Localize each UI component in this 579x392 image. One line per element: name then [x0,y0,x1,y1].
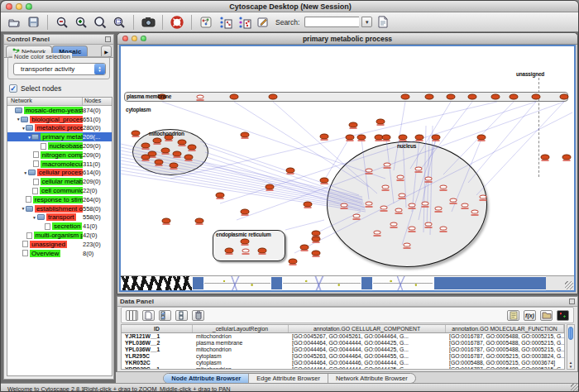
annotate-icon[interactable] [255,14,271,31]
tree-row[interactable]: secretion41(0) [7,222,112,231]
tree-row[interactable]: ▼metabolic process280(0) [7,124,112,133]
scrollbar-arrows[interactable]: ▲▼ [567,361,574,369]
tree-row[interactable]: cellular metabol209(0) [7,177,112,186]
gene-node-unselected[interactable] [415,167,423,171]
vizmapper-icon-2[interactable] [236,14,252,31]
gene-node-unselected[interactable] [374,231,381,235]
column-header[interactable]: _cellularLayoutRegion [193,325,289,332]
gene-node-unselected[interactable] [380,206,388,210]
open-session-button[interactable] [6,14,22,31]
tree-row[interactable]: Overview8(0) [7,249,112,258]
strip-thumbnail-zoomed[interactable] [121,276,192,290]
node-color-dropdown[interactable]: transporter activity ▲▼ [13,63,106,75]
select-nodes-checkbox[interactable]: ✓ [9,84,17,93]
tree-row[interactable]: ▼primary metabol209(... [7,132,112,141]
zoom-in-icon[interactable] [73,14,89,31]
gene-node[interactable] [510,94,519,100]
zoom-selected-icon[interactable] [111,14,127,31]
gene-node-unselected[interactable] [422,202,429,206]
tree-row[interactable]: multi-organism pro42(0) [7,231,112,240]
tree-row[interactable]: cell communicat22(0) [7,186,112,195]
gene-node-unselected[interactable] [399,194,406,198]
gene-node-unselected[interactable] [462,203,469,208]
window-resize-grip[interactable] [565,281,573,289]
tree-row[interactable]: nucleobase-209(0) [7,141,112,151]
table-row[interactable]: YKR052Ccytoplasm[GO:0044464, GO:0044446,… [122,360,564,366]
gene-node-unselected[interactable] [390,222,398,227]
zoom-fit-icon[interactable] [92,14,108,31]
gene-node-unselected[interactable] [197,95,204,99]
table-scrollbar[interactable]: ▲▼ [567,324,575,370]
tree-row[interactable]: ▼biological_process651(0) [7,115,112,124]
tab-overflow-icon[interactable]: ▶ [101,45,112,57]
tree-row[interactable]: macromolecule311(0) [7,160,112,169]
scrollbar-thumb[interactable] [568,327,573,340]
delete-attribute-icon[interactable] [192,310,204,321]
gene-node[interactable] [560,94,569,100]
attribute-table-icon[interactable] [126,310,138,321]
network-window-titlebar[interactable]: primary metabolic process [117,33,577,45]
gene-node-unselected[interactable] [404,243,411,247]
tree-row[interactable]: response to stimulu264(0) [7,195,112,204]
strip-thumbnail[interactable] [373,276,433,290]
new-attribute-icon[interactable] [142,310,155,321]
gene-node-unselected[interactable] [384,163,391,167]
gene-node[interactable] [532,94,541,100]
gene-node[interactable] [491,94,500,100]
gene-node-unselected[interactable] [409,203,416,208]
search-options-icon[interactable] [375,14,391,31]
gene-node[interactable] [269,94,278,100]
gene-node-unselected[interactable] [242,249,250,253]
tree-column-nodes[interactable]: Nodes [82,98,112,105]
gene-node[interactable] [447,94,456,100]
float-panel-icon[interactable] [105,36,111,42]
save-session-button[interactable] [25,14,41,31]
table-row[interactable]: YJR121W__1mitochondrion[GO:0045267, GO:0… [122,333,564,340]
select-attributes-icon[interactable] [159,310,171,321]
column-header[interactable]: annotation.GO MOLECULAR_FUNCTION [446,325,564,332]
search-input[interactable] [304,17,359,27]
gene-node-unselected[interactable] [409,227,416,231]
tab-node-attribute-browser[interactable]: Node Attribute Browser [164,374,249,383]
table-row[interactable]: YDR039C__1mitochondrion[GO:0044464, GO:0… [122,366,564,370]
window-titlebar[interactable]: Cytoscape Desktop (New Session) [1,1,579,12]
gene-node[interactable] [230,94,239,100]
tree-row[interactable]: unassigned223(0) [7,240,112,249]
gene-node-unselected[interactable] [435,207,443,211]
tab-network-attribute-browser[interactable]: Network Attribute Browser [328,374,415,383]
float-data-panel-icon[interactable] [569,299,575,304]
tree-row[interactable]: mosaic-demo-yeast874(0) [7,106,112,115]
help-icon[interactable] [169,14,185,31]
gene-node-unselected[interactable] [471,210,479,214]
column-header[interactable]: ID [122,325,193,332]
zoom-out-icon[interactable] [54,14,70,31]
app-resize-grip[interactable] [571,384,579,392]
gene-node[interactable] [401,94,410,100]
gene-node-unselected[interactable] [425,222,433,227]
gene-node-unselected[interactable] [395,208,403,213]
tree-column-network[interactable]: Network [7,98,82,105]
table-row[interactable]: YLR295Ccytoplasm[GO:0045263, GO:0044464,… [122,353,564,360]
tree-row[interactable]: ▼cellular process614(0) [7,169,112,178]
gene-node-unselected[interactable] [440,185,447,189]
gene-node-unselected[interactable] [440,227,447,231]
snapshot-icon[interactable] [140,14,156,31]
gene-node-unselected[interactable] [450,198,457,203]
gene-node[interactable] [425,94,434,100]
gene-node-unselected[interactable] [341,203,348,208]
strip-thumbnail[interactable] [204,276,270,290]
expand-icon[interactable]: ▼ [31,215,37,220]
notes-icon[interactable] [507,310,519,321]
overview-icon[interactable] [198,14,214,31]
formula-icon[interactable]: f(x) [524,310,536,321]
strip-thumbnail[interactable] [283,276,361,290]
matrix-icon[interactable] [557,310,569,321]
attribute-list-icon[interactable] [175,310,188,321]
tab-edge-attribute-browser[interactable]: Edge Attribute Browser [249,374,328,383]
gene-node-unselected[interactable] [425,177,433,181]
table-row[interactable]: YPL036W__2plasma membrane[GO:0044464, GO… [122,340,564,347]
tree-row[interactable]: nitrogen compo209(0) [7,151,112,160]
tree-row[interactable]: ▼establishment of lo558(0) [7,204,112,213]
vizmapper-icon-1[interactable] [217,14,233,31]
search-dropdown-icon[interactable]: ▼ [361,17,372,27]
